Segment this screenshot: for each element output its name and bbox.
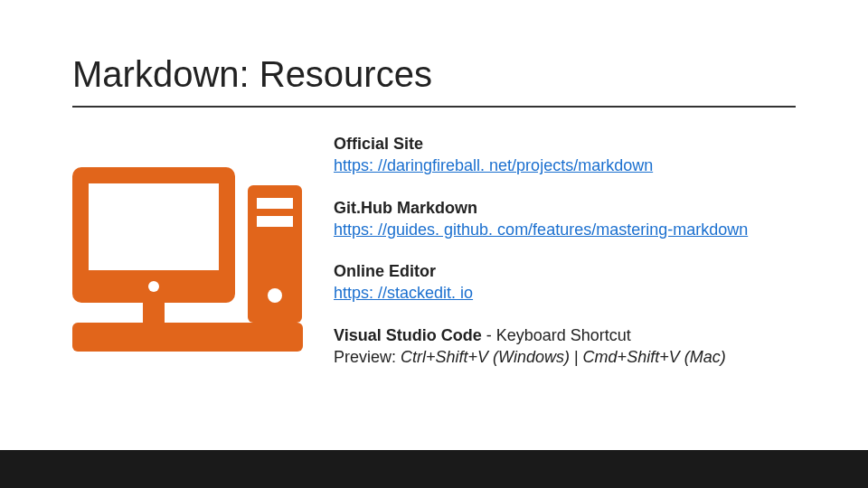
bottom-bar [0, 450, 868, 488]
svg-point-8 [268, 288, 282, 303]
slide: Markdown: Resources [0, 0, 868, 488]
resource-official: Official Site https: //daringfireball. n… [334, 133, 796, 177]
vscode-label: Visual Studio Code [334, 326, 482, 344]
resource-link-official[interactable]: https: //daringfireball. net/projects/ma… [334, 156, 653, 174]
page-title: Markdown: Resources [72, 54, 796, 108]
resource-label: Online Editor [334, 260, 796, 282]
svg-rect-7 [257, 216, 293, 227]
vscode-title-line: Visual Studio Code - Keyboard Shortcut [334, 324, 796, 346]
resource-vscode: Visual Studio Code - Keyboard Shortcut P… [334, 324, 796, 369]
resource-link-github[interactable]: https: //guides. github. com/features/ma… [334, 221, 748, 239]
resource-label: Git.Hub Markdown [334, 197, 796, 219]
svg-rect-3 [143, 303, 165, 323]
vscode-shortcut-mac: Cmd+Shift+V (Mac) [583, 348, 726, 366]
resource-label: Official Site [334, 133, 796, 155]
vscode-sub: - Keyboard Shortcut [482, 326, 631, 344]
computer-icon [72, 167, 303, 361]
resource-github: Git.Hub Markdown https: //guides. github… [334, 197, 796, 241]
vscode-shortcut-sep: | [570, 348, 583, 366]
svg-rect-4 [72, 323, 303, 352]
svg-point-2 [148, 281, 159, 292]
svg-rect-6 [257, 198, 293, 209]
vscode-preview-prefix: Preview: [334, 348, 401, 366]
resource-editor: Online Editor https: //stackedit. io [334, 260, 796, 305]
svg-rect-1 [89, 183, 219, 270]
resource-link-editor[interactable]: https: //stackedit. io [334, 284, 473, 302]
vscode-shortcut-line: Preview: Ctrl+Shift+V (Windows) | Cmd+Sh… [334, 346, 796, 368]
resource-list: Official Site https: //daringfireball. n… [334, 133, 796, 388]
vscode-shortcut-win: Ctrl+Shift+V (Windows) [401, 348, 570, 366]
content-row: Official Site https: //daringfireball. n… [72, 133, 796, 388]
